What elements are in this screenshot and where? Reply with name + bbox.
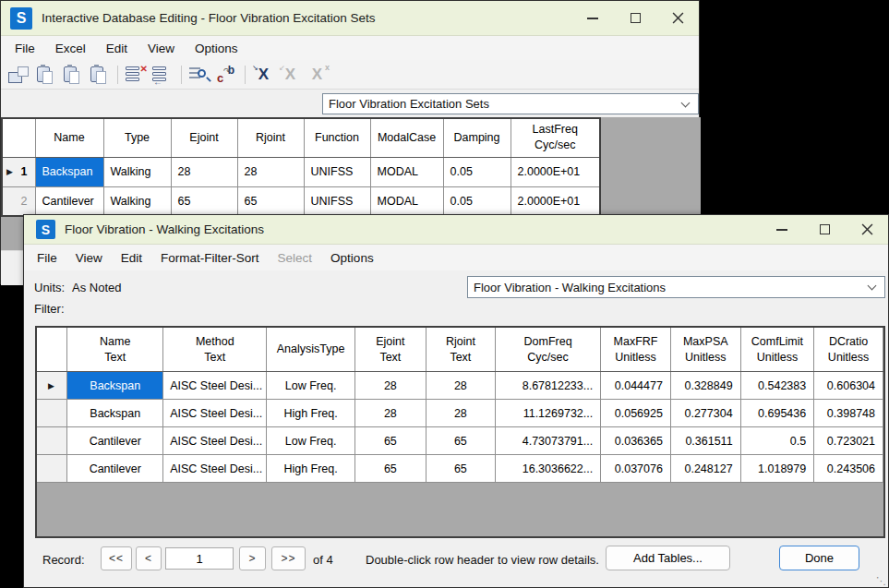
row-header[interactable] — [37, 455, 67, 483]
table-cell[interactable]: UNIFSS — [304, 186, 370, 216]
table-cell[interactable]: MODAL — [370, 186, 443, 216]
menu-item-edit[interactable]: Edit — [104, 39, 129, 58]
table-cell[interactable]: Walking — [103, 157, 171, 186]
add-tables-button[interactable]: Add Tables... — [606, 546, 730, 570]
table-cell[interactable]: 28 — [237, 157, 304, 186]
table-cell[interactable]: 0.328849 — [670, 372, 740, 400]
menu-item-view[interactable]: View — [74, 248, 104, 268]
table-cell[interactable]: 16.3036622... — [495, 455, 600, 483]
menu-item-file[interactable]: File — [35, 248, 59, 268]
table-cell[interactable]: 28 — [426, 372, 495, 400]
table-cell[interactable]: Backspan — [67, 372, 163, 400]
row-header[interactable]: ▶ — [37, 372, 67, 400]
find-icon[interactable] — [187, 64, 212, 86]
window1-titlebar[interactable]: S Interactive Database Editing - Floor V… — [1, 1, 699, 36]
table-cell[interactable]: 0.036365 — [601, 427, 671, 455]
close-button[interactable] — [656, 1, 699, 35]
replace-icon[interactable]: cb↷ — [214, 64, 239, 86]
maximize-button[interactable] — [803, 215, 846, 244]
table-cell[interactable]: 0.05 — [443, 186, 511, 216]
table-cell[interactable]: UNIFSS — [304, 157, 370, 186]
insert-row-icon[interactable]: ← — [150, 64, 175, 86]
menu-item-view[interactable]: View — [146, 39, 176, 58]
resize-grip[interactable]: ⋱ — [876, 576, 886, 586]
table-cell[interactable]: 28 — [354, 400, 426, 427]
table-cell[interactable]: 28 — [171, 157, 237, 186]
table-cell[interactable]: 0.05 — [443, 157, 511, 186]
menu-item-options[interactable]: Options — [193, 39, 240, 58]
table-select-combobox[interactable]: Floor Vibration - Walking Excitations — [467, 276, 885, 298]
table-cell[interactable]: Cantilever — [67, 455, 163, 483]
paste-icon[interactable] — [33, 64, 58, 86]
table-cell[interactable]: 0.723021 — [814, 427, 883, 455]
paste-append-icon[interactable] — [87, 64, 112, 86]
table-cell[interactable]: 65 — [426, 455, 495, 483]
table-cell[interactable]: 2.0000E+01 — [511, 186, 600, 216]
table-cell[interactable]: 4.73073791... — [495, 427, 600, 455]
table-cell[interactable]: 65 — [237, 186, 304, 216]
table-cell[interactable]: 65 — [426, 427, 495, 455]
table-cell[interactable]: Walking — [103, 186, 171, 216]
table-cell[interactable]: 0.037076 — [601, 455, 671, 483]
done-button[interactable]: Done — [779, 546, 859, 570]
table-cell[interactable]: Backspan — [35, 157, 103, 186]
table-cell[interactable]: 65 — [354, 455, 426, 483]
table-cell[interactable]: 65 — [354, 427, 426, 455]
table-cell[interactable]: 0.248127 — [670, 455, 740, 483]
table-cell[interactable]: 28 — [426, 400, 495, 427]
record-number-input[interactable] — [165, 547, 234, 570]
menu-item-options[interactable]: Options — [329, 248, 376, 268]
maximize-button[interactable] — [614, 1, 656, 35]
table-cell[interactable]: Low Freq. — [267, 427, 355, 455]
previous-record-button[interactable]: < — [136, 546, 162, 570]
menu-item-excel[interactable]: Excel — [54, 39, 88, 58]
table-cell[interactable]: AISC Steel Desi... — [163, 455, 267, 483]
last-record-button[interactable]: >> — [271, 546, 306, 570]
table-cell[interactable]: High Freq. — [267, 455, 355, 483]
table-cell[interactable]: 0.606304 — [814, 372, 883, 400]
table-cell[interactable]: 11.1269732... — [495, 400, 600, 427]
delete-rows-icon[interactable]: ✕ — [124, 64, 149, 86]
menu-item-edit[interactable]: Edit — [119, 248, 144, 268]
table-cell[interactable]: 28 — [354, 372, 426, 400]
table-cell[interactable]: 0.398748 — [814, 400, 883, 427]
close-button[interactable] — [846, 215, 888, 244]
table-cell[interactable]: 0.044477 — [601, 372, 671, 400]
table-cell[interactable]: High Freq. — [267, 400, 355, 427]
table-cell[interactable]: AISC Steel Desi... — [163, 427, 267, 455]
window2-titlebar[interactable]: S Floor Vibration - Walking Excitations — [24, 215, 888, 245]
table-cell[interactable]: 0.361511 — [670, 427, 740, 455]
menu-item-file[interactable]: File — [13, 39, 37, 58]
table-cell[interactable]: 1.018979 — [740, 455, 814, 483]
minimize-button[interactable] — [761, 215, 803, 244]
table-cell[interactable]: Cantilever — [67, 427, 163, 455]
table-cell[interactable]: AISC Steel Desi... — [163, 400, 267, 427]
table-cell[interactable]: 0.243506 — [814, 455, 883, 483]
table-cell[interactable]: 0.695436 — [740, 400, 814, 427]
table-cell[interactable]: 0.5 — [740, 427, 814, 455]
table-cell[interactable]: 8.67812233... — [495, 372, 600, 400]
table-cell[interactable]: 0.056925 — [601, 400, 671, 427]
next-record-button[interactable]: > — [239, 546, 266, 570]
row-header[interactable] — [37, 400, 67, 427]
table-cell[interactable]: Cantilever — [35, 186, 103, 216]
row-header[interactable]: ▶1 — [2, 157, 35, 186]
table-cell[interactable]: 2.0000E+01 — [511, 157, 600, 186]
excel-export-icon[interactable]: ↘X — [251, 64, 276, 86]
table-cell[interactable]: Backspan — [67, 400, 163, 427]
menu-item-format-filter-sort[interactable]: Format-Filter-Sort — [159, 248, 261, 268]
table-cell[interactable]: 0.542383 — [740, 372, 814, 400]
table-select-combobox[interactable]: Floor Vibration Excitation Sets — [322, 93, 699, 114]
column-header: Name Text — [67, 328, 163, 372]
row-header[interactable] — [37, 427, 67, 455]
row-header[interactable]: 2 — [2, 186, 35, 216]
first-record-button[interactable]: << — [101, 546, 132, 570]
minimize-button[interactable] — [571, 1, 614, 35]
form-view-icon[interactable] — [6, 64, 31, 86]
paste-insert-icon[interactable] — [60, 64, 85, 86]
table-cell[interactable]: MODAL — [370, 157, 443, 186]
table-cell[interactable]: 0.277304 — [670, 400, 740, 427]
table-cell[interactable]: AISC Steel Desi... — [163, 372, 267, 400]
table-cell[interactable]: Low Freq. — [267, 372, 355, 400]
table-cell[interactable]: 65 — [171, 186, 237, 216]
